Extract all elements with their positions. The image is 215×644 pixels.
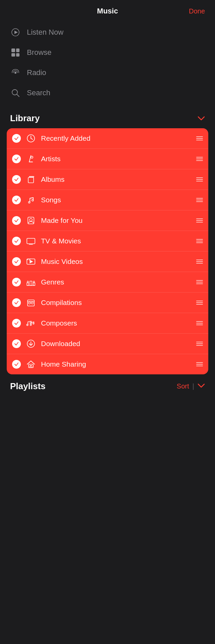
drag-handle-composers[interactable]	[196, 321, 203, 325]
done-button[interactable]: Done	[189, 7, 205, 15]
drag-handle-music-videos[interactable]	[196, 260, 203, 264]
note-icon	[26, 195, 36, 205]
drag-handle-artists[interactable]	[196, 157, 203, 161]
svg-point-2	[14, 72, 16, 74]
songs-label: Songs	[41, 196, 191, 204]
library-item-made-for-you[interactable]: Made for You	[7, 210, 208, 231]
svg-point-32	[27, 324, 28, 326]
made-for-you-label: Made for You	[41, 216, 191, 225]
mic-icon	[26, 154, 36, 164]
radio-icon	[10, 67, 21, 78]
svg-rect-38	[29, 364, 33, 368]
compilations-label: Compilations	[41, 299, 191, 307]
check-music-videos[interactable]	[12, 257, 21, 266]
library-chevron-icon[interactable]	[198, 114, 205, 123]
drag-handle-tv-movies[interactable]	[196, 239, 203, 243]
svg-rect-11	[28, 177, 34, 183]
library-item-albums[interactable]: Albums	[7, 169, 208, 190]
library-item-composers[interactable]: Composers	[7, 313, 208, 334]
library-item-tv-movies[interactable]: TV & Movies	[7, 231, 208, 251]
composers-icon	[26, 318, 36, 329]
nav-item-radio[interactable]: Radio	[0, 63, 215, 83]
svg-point-40	[30, 366, 31, 367]
drag-handle-recently-added[interactable]	[196, 136, 203, 140]
check-artists[interactable]	[12, 155, 21, 163]
library-item-songs[interactable]: Songs	[7, 190, 208, 210]
music-videos-label: Music Videos	[41, 258, 191, 266]
albums-icon	[26, 174, 36, 185]
library-item-downloaded[interactable]: Downloaded	[7, 334, 208, 354]
genres-icon	[26, 277, 36, 287]
check-composers[interactable]	[12, 319, 21, 328]
svg-point-35	[33, 323, 34, 324]
svg-rect-39	[30, 366, 32, 368]
check-compilations[interactable]	[12, 298, 21, 307]
library-item-recently-added[interactable]: Recently Added	[7, 128, 208, 149]
drag-handle-songs[interactable]	[196, 198, 203, 202]
svg-point-29	[29, 302, 31, 304]
downloaded-label: Downloaded	[41, 340, 191, 348]
drag-handle-genres[interactable]	[196, 280, 203, 284]
library-item-home-sharing[interactable]: Home Sharing	[7, 354, 208, 374]
drag-handle-compilations[interactable]	[196, 301, 203, 305]
sort-button[interactable]: Sort	[177, 382, 189, 390]
search-icon	[10, 88, 21, 98]
check-tv-movies[interactable]	[12, 237, 21, 245]
music-video-icon	[26, 256, 36, 267]
svg-point-25	[27, 281, 29, 282]
library-item-genres[interactable]: Genres	[7, 272, 208, 293]
nav-item-browse[interactable]: Browse	[0, 42, 215, 63]
svg-rect-22	[27, 283, 29, 285]
browse-label: Browse	[27, 48, 51, 57]
drag-handle-made-for-you[interactable]	[196, 218, 203, 223]
clock-icon	[26, 133, 36, 144]
home-sharing-label: Home Sharing	[41, 360, 191, 368]
nav-item-search[interactable]: Search	[0, 83, 215, 103]
svg-line-8	[29, 156, 31, 162]
nav-section: Listen Now Browse Radio Search	[0, 19, 215, 110]
drag-handle-albums[interactable]	[196, 177, 203, 181]
library-item-artists[interactable]: Artists	[7, 149, 208, 169]
albums-label: Albums	[41, 175, 191, 183]
playlists-section-header: Playlists Sort |	[0, 374, 215, 395]
check-songs[interactable]	[12, 196, 21, 204]
browse-icon	[10, 47, 21, 58]
check-recently-added[interactable]	[12, 134, 21, 143]
drag-handle-home-sharing[interactable]	[196, 362, 203, 366]
recently-added-label: Recently Added	[41, 134, 191, 142]
check-made-for-you[interactable]	[12, 216, 21, 225]
composers-label: Composers	[41, 319, 191, 327]
check-genres[interactable]	[12, 278, 21, 286]
compilations-icon	[26, 297, 36, 308]
svg-point-30	[31, 302, 33, 304]
tv-movies-label: TV & Movies	[41, 237, 191, 245]
svg-point-34	[30, 324, 32, 326]
genres-label: Genres	[41, 278, 191, 286]
svg-rect-24	[33, 283, 35, 285]
check-home-sharing[interactable]	[12, 360, 21, 369]
page-title: Music	[97, 7, 118, 15]
svg-rect-12	[29, 176, 34, 177]
check-downloaded[interactable]	[12, 339, 21, 348]
svg-point-13	[29, 202, 30, 203]
divider: |	[192, 382, 194, 390]
person-icon	[26, 215, 36, 226]
search-label: Search	[27, 89, 50, 97]
svg-line-7	[31, 138, 33, 139]
tv-icon	[26, 236, 36, 246]
library-item-compilations[interactable]: Compilations	[7, 293, 208, 313]
download-icon	[26, 338, 36, 349]
library-section-header: Library	[0, 110, 215, 128]
nav-item-listen-now[interactable]: Listen Now	[0, 22, 215, 42]
listen-now-label: Listen Now	[27, 28, 63, 37]
svg-marker-1	[14, 31, 18, 34]
playlists-title: Playlists	[10, 381, 46, 392]
svg-point-16	[30, 218, 32, 221]
artists-label: Artists	[41, 155, 191, 163]
playlists-chevron-icon[interactable]	[198, 383, 205, 389]
check-albums[interactable]	[12, 175, 21, 184]
library-item-music-videos[interactable]: Music Videos	[7, 251, 208, 272]
play-icon	[10, 27, 21, 38]
drag-handle-downloaded[interactable]	[196, 342, 203, 346]
library-title: Library	[10, 113, 40, 124]
